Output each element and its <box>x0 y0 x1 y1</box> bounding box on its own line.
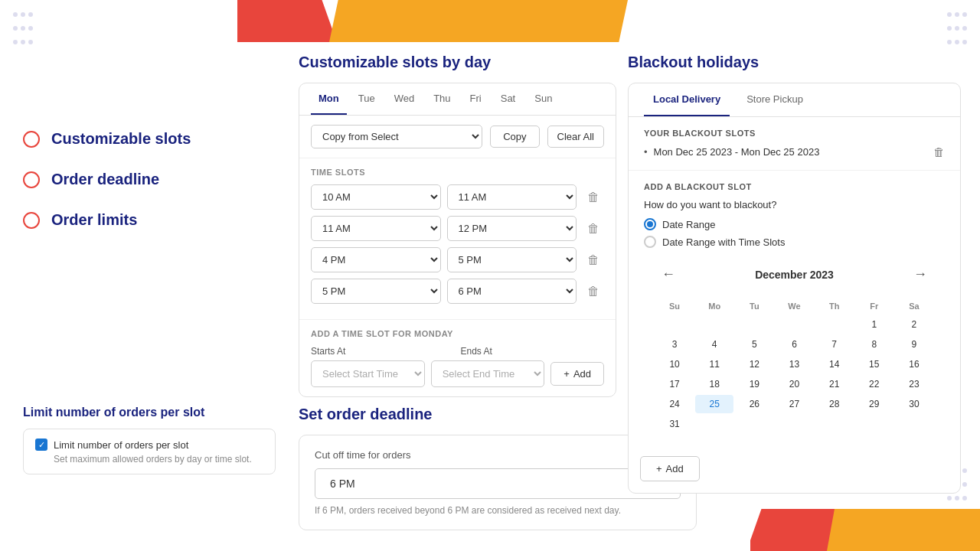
slot-end-select-3[interactable]: 5 PM <box>447 247 577 272</box>
tab-wed[interactable]: Wed <box>387 83 423 115</box>
cal-day-empty <box>735 315 773 334</box>
cal-day-24[interactable]: 24 <box>655 395 694 413</box>
sidebar-item-order-limits[interactable]: Order limits <box>23 211 237 229</box>
copy-from-select[interactable]: Copy from Select <box>311 125 482 148</box>
calendar-next-button[interactable]: → <box>907 263 933 285</box>
cal-day-26[interactable]: 26 <box>735 395 773 413</box>
delete-slot-4-icon[interactable]: 🗑 <box>583 281 604 302</box>
cal-day-3[interactable]: 3 <box>655 335 694 354</box>
tab-sun[interactable]: Sun <box>527 83 560 115</box>
tab-sat[interactable]: Sat <box>493 83 524 115</box>
limit-orders-checkbox-row[interactable]: ✓ Limit number of orders per slot <box>35 439 263 451</box>
slot-end-select-2[interactable]: 12 PM <box>447 216 577 241</box>
cal-day-21[interactable]: 21 <box>815 375 854 393</box>
time-slot-row: 11 AM 12 PM 🗑 <box>311 216 604 241</box>
cal-day-17[interactable]: 17 <box>655 375 694 393</box>
calendar-prev-button[interactable]: ← <box>655 263 681 285</box>
copy-row: Copy from Select Copy Clear All <box>299 116 616 158</box>
cutoff-label: Cut off time for orders <box>315 449 681 461</box>
radio-date-range-time-slots[interactable]: Date Range with Time Slots <box>644 236 945 248</box>
day-tabs: Mon Tue Wed Thu Fri Sat Sun <box>299 83 616 116</box>
cal-day-12[interactable]: 12 <box>735 355 773 373</box>
add-blackout-button[interactable]: + Add <box>640 456 700 481</box>
slot-start-select-3[interactable]: 4 PM <box>311 247 441 272</box>
cal-day-27[interactable]: 27 <box>775 395 813 413</box>
tab-tue[interactable]: Tue <box>351 83 383 115</box>
cal-day-15[interactable]: 15 <box>855 355 893 373</box>
cal-day-5[interactable]: 5 <box>735 335 773 354</box>
sidebar-item-customizable-slots[interactable]: Customizable slots <box>23 130 237 148</box>
add-time-slot-button[interactable]: + Add <box>550 362 604 386</box>
cal-day-23[interactable]: 23 <box>895 375 933 393</box>
delete-slot-2-icon[interactable]: 🗑 <box>583 218 604 240</box>
tab-mon[interactable]: Mon <box>311 83 347 115</box>
tab-store-pickup[interactable]: Store Pickup <box>737 83 812 116</box>
cal-day-19[interactable]: 19 <box>735 375 773 393</box>
cal-day-29[interactable]: 29 <box>855 395 893 413</box>
cal-day-empty <box>695 315 733 334</box>
calendar-section: ← December 2023 → Su Mo Tu We Th Fr Sa <box>644 259 945 445</box>
ends-at-label: Ends At <box>461 346 605 357</box>
cal-header-tu: Tu <box>735 298 773 314</box>
delete-slot-1-icon[interactable]: 🗑 <box>583 187 604 208</box>
slot-start-select-1[interactable]: 10 AM <box>311 184 441 210</box>
cal-day-empty <box>775 315 813 334</box>
time-slot-row: 10 AM 11 AM 🗑 <box>311 184 604 210</box>
cal-header-fr: Fr <box>855 298 893 314</box>
add-icon: + <box>564 368 570 380</box>
slot-end-select-4[interactable]: 6 PM <box>447 279 577 304</box>
cal-day-31[interactable]: 31 <box>655 415 694 433</box>
top-banner-orange <box>329 0 628 42</box>
top-banner <box>0 0 980 42</box>
cal-day-30[interactable]: 30 <box>895 395 933 413</box>
cal-day-empty <box>695 415 733 433</box>
checkbox-label: Limit number of orders per slot <box>54 439 188 451</box>
cal-day-20[interactable]: 20 <box>775 375 813 393</box>
radio-date-range-input[interactable] <box>644 218 656 230</box>
blackout-slot-item: • Mon Dec 25 2023 - Mon Dec 25 2023 🗑 <box>644 145 945 158</box>
cal-day-13[interactable]: 13 <box>775 355 813 373</box>
clear-all-button[interactable]: Clear All <box>547 126 604 148</box>
tab-local-delivery[interactable]: Local Delivery <box>644 83 730 116</box>
cal-day-9[interactable]: 9 <box>895 335 933 354</box>
cal-day-1[interactable]: 1 <box>855 315 893 334</box>
tab-thu[interactable]: Thu <box>426 83 458 115</box>
cal-day-8[interactable]: 8 <box>855 335 893 354</box>
cal-day-28[interactable]: 28 <box>815 395 854 413</box>
blackout-slots-section: YOUR BLACKOUT SLOTS • Mon Dec 25 2023 - … <box>629 117 960 171</box>
radio-group: Date Range Date Range with Time Slots <box>644 218 945 248</box>
copy-button[interactable]: Copy <box>490 126 539 148</box>
cal-day-16[interactable]: 16 <box>895 355 933 373</box>
radio-date-range[interactable]: Date Range <box>644 218 945 230</box>
cal-day-18[interactable]: 18 <box>695 375 733 393</box>
delete-slot-3-icon[interactable]: 🗑 <box>583 249 604 271</box>
tab-fri[interactable]: Fri <box>462 83 489 115</box>
checkbox-icon[interactable]: ✓ <box>35 439 47 451</box>
cal-day-14[interactable]: 14 <box>815 355 854 373</box>
bottom-banner <box>750 509 980 551</box>
time-slot-row: 4 PM 5 PM 🗑 <box>311 247 604 272</box>
cal-header-we: We <box>775 298 813 314</box>
add-blackout-plus-icon: + <box>656 463 662 474</box>
cal-day-2[interactable]: 2 <box>895 315 933 334</box>
cutoff-time-select[interactable]: 6 PM <box>315 468 681 499</box>
select-end-time[interactable]: Select End Time <box>431 360 545 387</box>
delete-blackout-slot-icon[interactable]: 🗑 <box>933 145 945 158</box>
select-start-time[interactable]: Select Start Time <box>311 360 425 387</box>
cal-day-11[interactable]: 11 <box>695 355 733 373</box>
calendar-month-label: December 2023 <box>755 269 834 281</box>
add-slot-section: ADD A TIME SLOT FOR MONDAY Starts At End… <box>299 319 616 396</box>
slot-start-select-2[interactable]: 11 AM <box>311 216 441 241</box>
cal-day-7[interactable]: 7 <box>815 335 854 354</box>
cal-day-10[interactable]: 10 <box>655 355 694 373</box>
slot-end-select-1[interactable]: 11 AM <box>447 184 577 210</box>
top-banner-red <box>237 0 337 42</box>
cal-day-25[interactable]: 25 <box>695 395 733 413</box>
cal-day-22[interactable]: 22 <box>855 375 893 393</box>
radio-date-range-time-slots-input[interactable] <box>644 236 656 248</box>
slot-start-select-4[interactable]: 5 PM <box>311 279 441 304</box>
sidebar-item-order-deadline[interactable]: Order deadline <box>23 171 237 188</box>
blackout-holidays-panel: Blackout holidays Local Delivery Store P… <box>628 54 961 494</box>
cal-day-6[interactable]: 6 <box>775 335 813 354</box>
cal-day-4[interactable]: 4 <box>695 335 733 354</box>
